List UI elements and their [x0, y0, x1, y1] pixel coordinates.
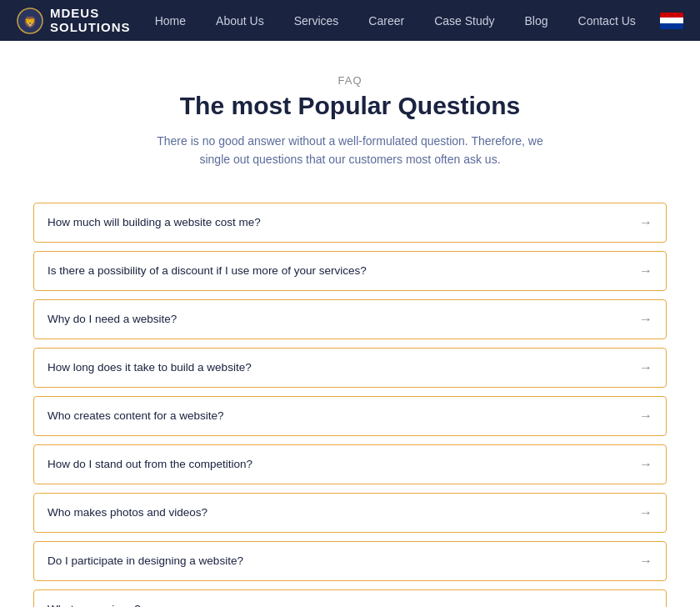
faq-arrow-7: → — [639, 505, 652, 520]
faq-question-4: How long does it take to build a website… — [48, 361, 252, 374]
faq-arrow-2: → — [639, 263, 652, 278]
nav-links: Home About Us Services Career Case Study… — [131, 0, 660, 41]
faq-arrow-1: → — [639, 215, 652, 230]
faq-question-6: How do I stand out from the competition? — [48, 458, 252, 470]
faq-question-3: Why do I need a website? — [48, 313, 177, 325]
faq-item-9[interactable]: What are reviews? → — [33, 589, 667, 607]
faq-arrow-3: → — [639, 312, 652, 327]
faq-arrow-4: → — [639, 360, 652, 375]
faq-item-6[interactable]: How do I stand out from the competition?… — [33, 444, 667, 484]
logo-sub: SOLUTIONS — [50, 21, 131, 35]
faq-item-2[interactable]: Is there a possibility of a discount if … — [33, 251, 667, 291]
nav-about[interactable]: About Us — [201, 0, 279, 41]
nav-casestudy[interactable]: Case Study — [419, 0, 509, 41]
logo-name: MDEUS — [50, 7, 131, 21]
svg-text:🦁: 🦁 — [23, 15, 38, 29]
main-content: FAQ The most Popular Questions There is … — [0, 41, 700, 607]
faq-question-2: Is there a possibility of a discount if … — [48, 264, 367, 277]
faq-question-8: Do I participate in designing a website? — [48, 554, 243, 567]
nav-career[interactable]: Career — [353, 0, 419, 41]
faq-item-5[interactable]: Who creates content for a website? → — [33, 396, 667, 436]
logo-icon: 🦁 — [17, 8, 43, 34]
faq-question-7: Who makes photos and videos? — [48, 506, 208, 519]
nav-contact[interactable]: Contact Us — [563, 0, 651, 41]
faq-arrow-9: → — [639, 602, 652, 607]
faq-header: FAQ The most Popular Questions There is … — [17, 74, 683, 169]
faq-question-5: Who creates content for a website? — [48, 409, 224, 422]
faq-label: FAQ — [17, 74, 683, 87]
faq-item-1[interactable]: How much will building a website cost me… — [33, 203, 667, 243]
faq-arrow-6: → — [639, 457, 652, 472]
faq-item-3[interactable]: Why do I need a website? → — [33, 299, 667, 339]
faq-arrow-5: → — [639, 409, 652, 424]
logo[interactable]: 🦁 MDEUS SOLUTIONS — [17, 7, 131, 34]
faq-item-4[interactable]: How long does it take to build a website… — [33, 348, 667, 388]
flag-icon — [660, 13, 683, 29]
faq-container: How much will building a website cost me… — [33, 194, 667, 607]
faq-question-1: How much will building a website cost me… — [48, 216, 261, 228]
faq-title: The most Popular Questions — [17, 92, 683, 120]
faq-item-7[interactable]: Who makes photos and videos? → — [33, 493, 667, 533]
nav-home[interactable]: Home — [140, 0, 201, 41]
faq-item-8[interactable]: Do I participate in designing a website?… — [33, 541, 667, 581]
faq-subtitle: There is no good answer without a well-f… — [142, 132, 558, 169]
faq-question-9: What are reviews? — [48, 603, 141, 607]
nav-blog[interactable]: Blog — [510, 0, 563, 41]
faq-arrow-8: → — [639, 554, 652, 569]
nav-services[interactable]: Services — [279, 0, 354, 41]
navbar: 🦁 MDEUS SOLUTIONS Home About Us Services… — [0, 0, 700, 41]
